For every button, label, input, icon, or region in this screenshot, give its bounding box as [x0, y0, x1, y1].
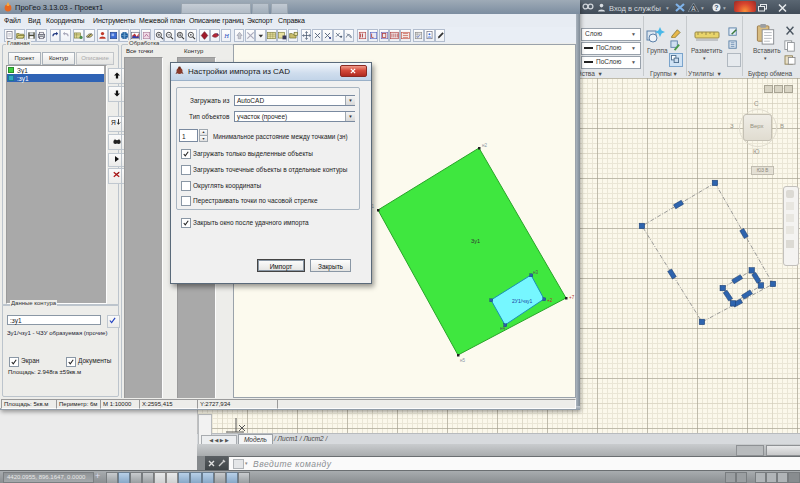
svg-text:A: A: [691, 5, 696, 12]
svg-text:Зу1: Зу1: [471, 238, 480, 244]
svg-text:н4: н4: [500, 326, 505, 331]
svg-text:+2: +2: [547, 298, 553, 303]
svg-text:+7: +7: [569, 295, 575, 300]
svg-text:н3: н3: [533, 270, 538, 275]
svg-text:н2: н2: [482, 143, 487, 148]
svg-text:2У1/чзу1: 2У1/чзу1: [512, 298, 532, 304]
svg-text:?: ?: [714, 4, 718, 11]
svg-text:Я: Я: [111, 119, 116, 126]
svg-text:н5: н5: [460, 358, 465, 363]
svg-text:Н: Н: [223, 32, 229, 39]
